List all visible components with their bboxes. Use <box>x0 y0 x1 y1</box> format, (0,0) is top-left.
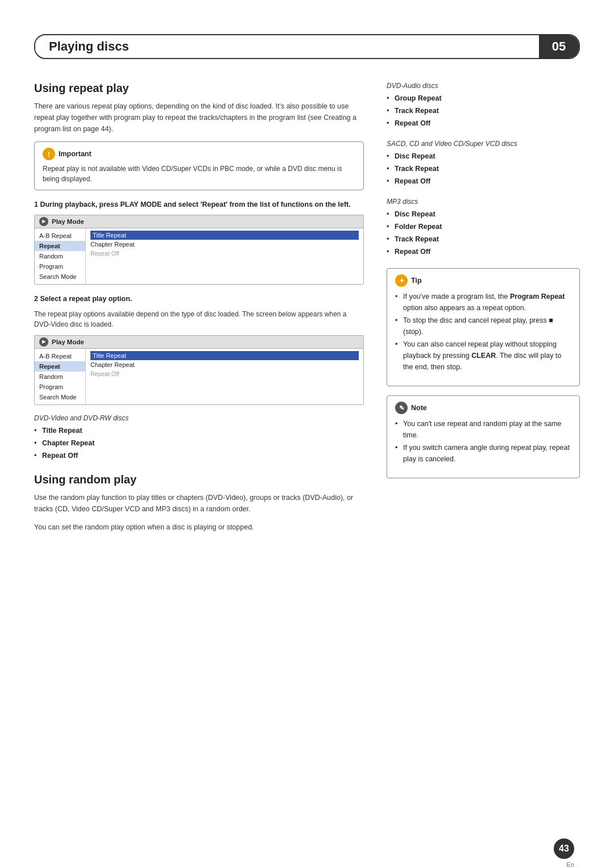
list-item: Disc Repeat <box>387 150 580 162</box>
step1-heading: 1 During playback, press PLAY MODE and s… <box>34 199 364 210</box>
pm1-left-3: Program <box>35 261 85 272</box>
playmode1-right: Title Repeat Chapter Repeat Repeat Off <box>86 228 363 284</box>
tip-box: ✦ Tip If you've made a program list, the… <box>387 268 580 386</box>
note-header: ✎ Note <box>395 402 571 414</box>
playmode1-icon: ▶ <box>39 217 48 226</box>
using-random-section: Using random play Use the random play fu… <box>34 473 364 533</box>
tip-bold-1: CLEAR <box>471 352 496 360</box>
sacd-item-2: Repeat Off <box>395 177 430 185</box>
dvd-video-item-2: Repeat Off <box>42 452 78 460</box>
note-label: Note <box>411 404 427 412</box>
pm1-left-2: Random <box>35 251 85 261</box>
sacd-item-1: Track Repeat <box>395 165 439 173</box>
page-language: En <box>567 861 574 868</box>
mp3-item-0: Disc Repeat <box>395 210 435 218</box>
pm2-right-0: Title Repeat <box>90 351 359 360</box>
left-column: Using repeat play There are various repe… <box>34 82 364 540</box>
random-text1: Use the random play function to play tit… <box>34 492 364 515</box>
list-item: Track Repeat <box>387 233 580 245</box>
pm1-right-grayed: Repeat Off <box>90 249 359 258</box>
right-column: DVD-Audio discs Group Repeat Track Repea… <box>387 82 580 540</box>
tip-icon: ✦ <box>395 274 408 287</box>
playmode1-body: A-B Repeat Repeat Random Program Search … <box>35 228 363 284</box>
page-number: 43 <box>554 838 574 859</box>
pm1-left-0: A-B Repeat <box>35 231 85 241</box>
important-header: ! Important <box>43 148 355 160</box>
list-item: Repeat Off <box>34 449 364 462</box>
playmode-box-2: ▶ Play Mode A-B Repeat Repeat Random Pro… <box>34 335 364 405</box>
mp3-label: MP3 discs <box>387 198 580 206</box>
page-title: Playing discs <box>35 39 539 54</box>
dvd-audio-item-1: Track Repeat <box>395 107 439 115</box>
playmode2-title: Play Mode <box>52 339 84 345</box>
sacd-section: SACD, CD and Video CD/Super VCD discs Di… <box>387 140 580 187</box>
random-text2: You can set the random play option when … <box>34 521 364 533</box>
dvd-video-label: DVD-Video and DVD-RW discs <box>34 414 364 422</box>
step2-heading: 2 Select a repeat play option. <box>34 294 364 304</box>
dvd-video-item-1: Chapter Repeat <box>42 439 94 447</box>
list-item: Title Repeat <box>34 424 364 437</box>
step2-text: The repeat play options available depend… <box>34 309 364 329</box>
dvd-audio-section: DVD-Audio discs Group Repeat Track Repea… <box>387 82 580 130</box>
dvd-video-item-0: Title Repeat <box>42 427 82 435</box>
mp3-item-3: Repeat Off <box>395 248 430 256</box>
list-item: Track Repeat <box>387 162 580 175</box>
pm1-right-0: Title Repeat <box>90 231 359 240</box>
tip-bold-0: Program Repeat <box>510 293 565 301</box>
using-random-title: Using random play <box>34 473 364 486</box>
list-item: Group Repeat <box>387 92 580 105</box>
mp3-item-1: Folder Repeat <box>395 223 442 231</box>
list-item: Repeat Off <box>387 175 580 187</box>
mp3-list: Disc Repeat Folder Repeat Track Repeat R… <box>387 208 580 258</box>
playmode1-left: A-B Repeat Repeat Random Program Search … <box>35 228 86 284</box>
list-item: Track Repeat <box>387 105 580 117</box>
pm2-left-0: A-B Repeat <box>35 351 85 361</box>
intro-text: There are various repeat play options, d… <box>34 101 364 135</box>
list-item: Chapter Repeat <box>34 437 364 449</box>
important-icon: ! <box>43 148 55 160</box>
important-text: Repeat play is not available with Video … <box>43 164 355 184</box>
sacd-item-0: Disc Repeat <box>395 152 435 160</box>
pm2-left-1: Repeat <box>35 361 85 372</box>
pm1-right-1: Chapter Repeat <box>90 240 359 249</box>
dvd-audio-item-2: Repeat Off <box>395 119 430 127</box>
playmode2-icon: ▶ <box>39 337 48 347</box>
pm2-right-grayed: Repeat Off <box>90 369 359 378</box>
list-item: You can't use repeat and random play at … <box>395 418 571 441</box>
dvd-video-list: Title Repeat Chapter Repeat Repeat Off <box>34 424 364 462</box>
playmode2-body: A-B Repeat Repeat Random Program Search … <box>35 349 363 404</box>
mp3-item-2: Track Repeat <box>395 235 439 243</box>
tip-header: ✦ Tip <box>395 274 571 287</box>
list-item: Repeat Off <box>387 245 580 258</box>
list-item: If you've made a program list, the Progr… <box>395 290 571 314</box>
pm2-right-1: Chapter Repeat <box>90 360 359 369</box>
main-content: Using repeat play There are various repe… <box>34 82 580 540</box>
list-item: Disc Repeat <box>387 208 580 220</box>
playmode2-titlebar: ▶ Play Mode <box>35 336 363 349</box>
playmode1-title: Play Mode <box>52 218 84 225</box>
playmode2-left: A-B Repeat Repeat Random Program Search … <box>35 349 86 404</box>
page-footer: 43 En <box>554 838 574 868</box>
pm2-left-2: Random <box>35 372 85 382</box>
mp3-section: MP3 discs Disc Repeat Folder Repeat Trac… <box>387 198 580 258</box>
tip-label: Tip <box>411 277 422 285</box>
important-label: Important <box>59 150 92 158</box>
pm2-left-4: Search Mode <box>35 392 85 402</box>
list-item: If you switch camera angle during repeat… <box>395 441 571 465</box>
tip-list: If you've made a program list, the Progr… <box>395 290 571 373</box>
note-box: ✎ Note You can't use repeat and random p… <box>387 395 580 478</box>
playmode2-right: Title Repeat Chapter Repeat Repeat Off <box>86 349 363 404</box>
playmode1-titlebar: ▶ Play Mode <box>35 215 363 228</box>
important-box: ! Important Repeat play is not available… <box>34 141 364 190</box>
note-icon: ✎ <box>395 402 408 414</box>
sacd-list: Disc Repeat Track Repeat Repeat Off <box>387 150 580 187</box>
using-repeat-title: Using repeat play <box>34 82 364 95</box>
playmode-box-1: ▶ Play Mode A-B Repeat Repeat Random Pro… <box>34 215 364 285</box>
chapter-number: 05 <box>539 34 579 59</box>
pm1-left-4: Search Mode <box>35 272 85 282</box>
pm2-left-3: Program <box>35 382 85 392</box>
sacd-label: SACD, CD and Video CD/Super VCD discs <box>387 140 580 148</box>
page-container: Playing discs 05 Using repeat play There… <box>0 34 614 868</box>
header-bar: Playing discs 05 <box>34 34 580 59</box>
pm1-left-1: Repeat <box>35 241 85 251</box>
